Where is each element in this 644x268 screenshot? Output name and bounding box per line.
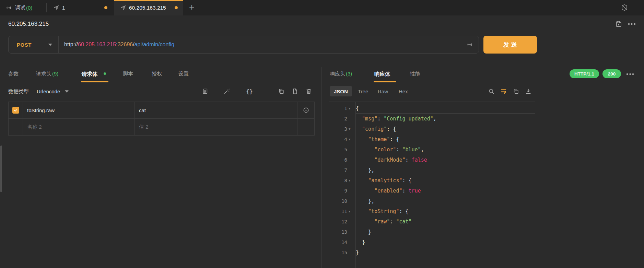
code-line: 7 },: [329, 165, 535, 175]
code-line: 13 }: [329, 227, 535, 237]
view-hex-tab[interactable]: Hex: [399, 89, 408, 94]
param-name-cell[interactable]: toString.raw: [23, 102, 135, 118]
tab-request-1[interactable]: 1: [47, 0, 114, 15]
fold-toggle-icon[interactable]: ▼: [347, 107, 355, 110]
new-tab-button[interactable]: +: [187, 3, 197, 13]
param-value-placeholder: 值 2: [139, 124, 149, 130]
status-code-badge: 200: [602, 69, 621, 78]
app-window: 调试 (0) 1 60.205.163.215 + 60.205.163.215: [0, 0, 644, 268]
tab-response-body[interactable]: 响应体: [374, 71, 390, 78]
braces-icon[interactable]: {}: [246, 88, 253, 95]
url-scheme: http://: [64, 42, 78, 48]
line-number: 7: [329, 167, 347, 173]
tab-debug[interactable]: 调试 (0): [0, 0, 46, 15]
chevron-down-icon: [65, 90, 69, 93]
view-json-tab[interactable]: JSON: [330, 86, 352, 96]
fold-toggle-icon[interactable]: ▼: [347, 179, 355, 182]
wrap-lines-icon[interactable]: [500, 88, 507, 95]
code-line: 6 "darkMode": false: [329, 155, 535, 165]
line-number: 14: [329, 240, 347, 245]
code-text: }: [356, 229, 371, 235]
params-table: toString.raw cat 名称 2 值 2: [8, 102, 315, 136]
unsaved-dot: [175, 6, 178, 9]
line-number: 8: [329, 178, 347, 183]
copy-icon[interactable]: [278, 88, 285, 95]
more-options-icon[interactable]: [628, 23, 636, 25]
title-bar: 60.205.163.215: [0, 15, 644, 33]
magic-wand-icon[interactable]: [223, 88, 231, 95]
row-checkbox-cell: [9, 102, 23, 118]
table-row-empty: 名称 2 值 2: [9, 119, 314, 136]
code-line: 2 "msg": "Config updated",: [329, 114, 535, 124]
remove-row-icon[interactable]: [297, 102, 314, 118]
response-code: 1▼{2 "msg": "Config updated",3▼ "config"…: [329, 103, 535, 258]
copy-icon[interactable]: [512, 88, 520, 95]
body-content-dot: [104, 72, 106, 75]
send-icon: [53, 5, 59, 11]
fold-toggle-icon[interactable]: ▼: [347, 127, 355, 131]
tab-request-ip[interactable]: 60.205.163.215: [114, 0, 183, 15]
save-icon[interactable]: [615, 20, 622, 28]
tab-debug-count: (0): [26, 5, 32, 11]
view-raw-tab[interactable]: Raw: [378, 89, 388, 94]
code-line: 11▼ "toString": {: [329, 206, 535, 217]
param-value-cell[interactable]: 值 2: [135, 119, 297, 135]
tab-script[interactable]: 脚本: [123, 71, 133, 77]
code-line: 15}: [329, 247, 535, 258]
url-input[interactable]: http://60.205.163.215:32696/api/admin/co…: [64, 36, 458, 53]
code-line: 12 "raw": "cat": [329, 217, 535, 227]
response-body-viewer[interactable]: 1▼{2 "msg": "Config updated",3▼ "config"…: [329, 102, 535, 268]
code-line: 5 "color": "blue",: [329, 144, 535, 155]
code-text: }: [356, 249, 359, 256]
method-value: POST: [17, 42, 32, 48]
file-icon[interactable]: [291, 88, 299, 95]
url-port: 32696: [118, 42, 133, 48]
row-checkbox-checked[interactable]: [12, 107, 19, 114]
page-title: 60.205.163.215: [8, 21, 49, 27]
code-line: 14 }: [329, 237, 535, 247]
active-tab-underline: [374, 81, 396, 82]
line-number: 10: [329, 198, 347, 204]
tab-response-headers[interactable]: 响应头(3): [330, 71, 352, 77]
scrollbar[interactable]: [0, 145, 2, 192]
code-line: 10 },: [329, 196, 535, 206]
tab-settings[interactable]: 设置: [178, 71, 189, 77]
code-text: "enabled": true: [356, 188, 421, 194]
code-text: },: [356, 198, 374, 204]
active-tab-underline: [81, 81, 108, 82]
download-icon[interactable]: [525, 88, 532, 95]
trash-icon[interactable]: [305, 88, 313, 95]
tab-auth[interactable]: 授权: [152, 71, 162, 77]
line-number: 5: [329, 147, 347, 152]
more-options-icon[interactable]: [626, 73, 634, 75]
line-number: 4: [329, 137, 347, 142]
param-value-cell[interactable]: cat: [135, 102, 297, 118]
send-icon: [120, 5, 126, 11]
code-text: "msg": "Config updated",: [356, 116, 436, 122]
braces-glyph: {}: [246, 88, 253, 95]
tab-performance[interactable]: 性能: [410, 71, 420, 77]
tab-request-body[interactable]: 请求体: [82, 71, 98, 78]
datatype-select[interactable]: Urlencode: [37, 89, 69, 94]
fold-toggle-icon[interactable]: ▼: [347, 210, 355, 213]
code-text: "darkMode": false: [356, 157, 427, 163]
param-name-cell[interactable]: 名称 2: [23, 119, 135, 135]
datatype-value: Urlencode: [37, 89, 60, 94]
table-row: toString.raw cat: [9, 102, 314, 119]
signal-icon: [5, 4, 12, 11]
proxy-disabled-icon[interactable]: [620, 3, 629, 12]
send-button[interactable]: 发送: [483, 36, 537, 54]
bulk-edit-icon[interactable]: [201, 88, 209, 95]
chevron-down-icon: [48, 44, 52, 46]
code-line: 1▼{: [329, 103, 535, 114]
search-icon[interactable]: [488, 88, 495, 95]
tab-params[interactable]: 参数: [8, 71, 19, 77]
code-text: },: [356, 167, 374, 173]
code-text: "theme": {: [356, 136, 399, 142]
tab-request-headers[interactable]: 请求头(9): [36, 71, 58, 77]
view-tree-tab[interactable]: Tree: [358, 89, 368, 94]
line-number: 1: [329, 106, 347, 111]
method-select[interactable]: POST: [9, 36, 59, 53]
fold-toggle-icon[interactable]: ▼: [347, 138, 355, 141]
signal-icon[interactable]: [466, 41, 473, 48]
